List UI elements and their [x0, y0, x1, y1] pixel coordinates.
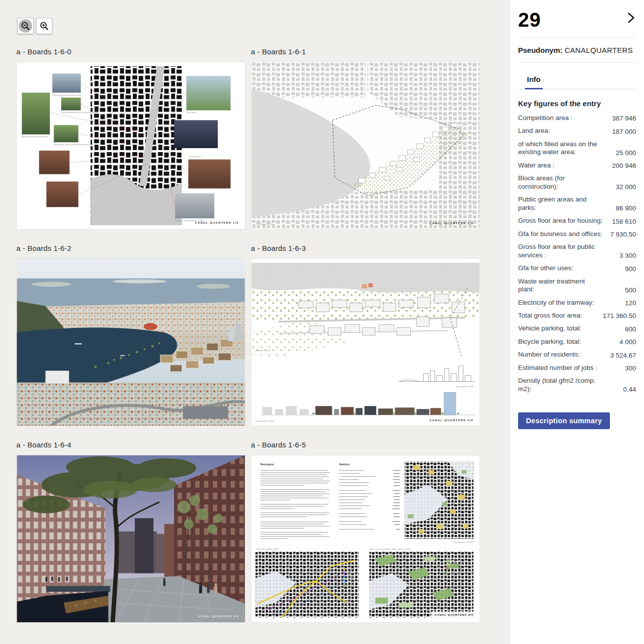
key-figure-row: Gfa for other uses:900: [518, 262, 636, 275]
board-thumbnail-1-6-4[interactable]: CANAL QUARTERS 5/6: [16, 455, 245, 623]
stadium: [143, 322, 158, 330]
board-title: a - Boards 1-6-5: [251, 441, 480, 451]
key-figure-row: Land area:187 000: [518, 124, 636, 137]
zoom-out-active-circle: [19, 19, 32, 33]
entry-number: 29: [518, 10, 541, 30]
boards-grid: a - Boards 1-6-0: [16, 47, 480, 623]
key-figure-value: 7 930.50: [607, 231, 636, 238]
key-figure-value: 300: [622, 364, 636, 372]
board-cell-3: a - Boards 1-6-3: [251, 244, 480, 426]
key-figure-label: Estimated number of jobs :: [518, 364, 598, 372]
description-summary-button[interactable]: Description summary: [518, 412, 610, 429]
magnifier-minus-icon: [20, 21, 31, 32]
divider: [518, 62, 636, 63]
svg-text:Activity activates the shoreli: Activity activates the shoreline: [22, 135, 48, 138]
board-1-6-1-graphic: Overall plan, 1:2000 CANAL QUARTERS 2/6: [251, 62, 480, 229]
pseudonym-row: Pseudonym: CANALQUARTERS: [518, 46, 636, 54]
city-structure-map: [405, 461, 474, 539]
svg-text:Park towers: Park towers: [186, 111, 197, 114]
key-figure-label: Total gross floor area:: [518, 312, 582, 320]
key-figure-value: 158 610: [609, 218, 636, 225]
board-thumbnail-1-6-0[interactable]: Ferry connection around the lake Water t…: [16, 62, 245, 230]
key-figure-label: Gfa for other uses:: [518, 264, 573, 272]
key-figure-label: Number of residents:: [518, 351, 580, 359]
key-figure-row: Number of residents:3 524.67: [518, 348, 636, 361]
elevation-label: Elevation E-E, 1:1000: [255, 420, 275, 422]
key-figure-value: 32 000: [613, 183, 636, 191]
key-figure-row: Water area :200 946: [518, 159, 636, 172]
key-figure-row: Block areas (for construction):32 000: [518, 172, 636, 193]
section-label: Section A-A, 1:1000: [456, 385, 474, 388]
board-caption: CANAL QUARTERS 1/6: [195, 221, 239, 224]
zoom-in-button[interactable]: [36, 18, 52, 34]
key-figure-value: 800: [622, 325, 636, 333]
traffic-parking-map: [255, 552, 359, 617]
key-figure-value: 500: [622, 286, 636, 294]
key-figure-row: Bicycle parking, total:4 000: [518, 335, 636, 348]
board-caption: CANAL QUARTERS 5/6: [199, 615, 239, 618]
green-areas-map-label: Green areas and public outdoor spaces, 1…: [369, 548, 411, 550]
description-heading: Description: [260, 463, 274, 466]
key-figure-value: 200 946: [609, 162, 636, 169]
key-figure-label: Land area:: [518, 127, 550, 135]
tab-info[interactable]: Info: [525, 73, 543, 89]
green-areas-map: CANAL QUARTERS 6/6: [369, 552, 475, 617]
board-thumbnail-1-6-2[interactable]: [16, 258, 245, 426]
next-entry-button[interactable]: [626, 10, 636, 27]
key-figure-row: Competition area :387 946: [518, 112, 636, 124]
board-1-6-4-graphic: CANAL QUARTERS 5/6: [17, 455, 245, 622]
key-figure-value: 171 360.50: [600, 312, 636, 320]
key-figure-value: 0.44: [620, 386, 636, 393]
board-thumbnail-1-6-1[interactable]: Overall plan, 1:2000 CANAL QUARTERS 2/6: [251, 62, 480, 230]
board-title: a - Boards 1-6-0: [16, 47, 245, 58]
key-figure-value: 86 900: [613, 204, 636, 212]
board-cell-4: a - Boards 1-6-4: [16, 441, 245, 623]
divider: [518, 38, 636, 38]
key-figure-label: Gross floor area for housing:: [518, 217, 603, 225]
key-figure-label: Public green areas and parks:: [518, 196, 603, 212]
entry-info-sidebar: 29 Pseudonym: CANALQUARTERS Info Key fig…: [510, 0, 644, 644]
city-structure-label: City structure, 1:10 000: [453, 541, 474, 543]
city-fabric: [251, 62, 365, 98]
key-figure-value: 25 000: [613, 149, 636, 157]
board-title: a - Boards 1-6-4: [16, 441, 245, 451]
key-figures-list: Competition area :387 946 Land area:187 …: [518, 112, 636, 396]
key-figure-label: Gfa for business and offices:: [518, 230, 603, 238]
key-figure-label: Bicycle parking, total:: [518, 338, 581, 346]
key-figure-label: of which filled areas on the existing wa…: [518, 140, 603, 157]
figure-ground-map: [90, 66, 182, 225]
key-figure-row: Gross floor area for housing:158 610: [518, 214, 636, 227]
board-thumbnail-1-6-3[interactable]: Site plan, 1:1 000 Section A-A, 1:1000: [251, 258, 480, 426]
board-caption: CANAL QUARTERS 4/6: [430, 419, 474, 422]
key-figure-value: 3 524.67: [607, 352, 636, 359]
info-tab-bar: Info: [518, 73, 636, 89]
key-figure-label: Block areas (for construction):: [518, 174, 603, 191]
board-thumbnail-1-6-5[interactable]: Description: [251, 455, 480, 623]
board-1-6-5-graphic: Description: [251, 455, 480, 622]
key-figure-value: 187 000: [609, 128, 636, 135]
key-figure-value: 120: [622, 299, 636, 307]
statistics-heading: Statistics: [339, 463, 350, 466]
key-figure-label: Density (total gfm2 /comp. m2):: [518, 377, 603, 393]
key-figure-row: Waste water treatment plant:500: [518, 275, 636, 296]
svg-text:Ferry connection around the la: Ferry connection around the lake: [52, 94, 81, 96]
plan-label: Overall plan, 1:2000: [255, 223, 273, 225]
board-cell-2: a - Boards 1-6-2: [16, 244, 245, 426]
key-figure-row: Estimated number of jobs :300: [518, 362, 636, 374]
board-title: a - Boards 1-6-3: [251, 244, 480, 255]
board-title: a - Boards 1-6-1: [251, 47, 480, 58]
key-figure-label: Electricity of the tramway:: [518, 299, 594, 307]
chevron-right-icon: [627, 12, 635, 24]
zoom-out-button[interactable]: [17, 18, 34, 34]
magnifier-plus-icon: [39, 21, 50, 32]
key-figure-value: 3 300: [616, 252, 636, 259]
zoom-toolbar: [17, 18, 52, 34]
key-figure-label: Gross floor area for public services :: [518, 243, 603, 259]
key-figure-row: Public green areas and parks:86 900: [518, 193, 636, 214]
board-cell-5: a - Boards 1-6-5 Description: [251, 441, 480, 623]
site-plan-label: Site plan, 1:1 000: [255, 349, 271, 352]
board-1-6-2-graphic: [17, 259, 245, 426]
key-figure-value: 4 000: [616, 338, 636, 346]
key-figure-row: Gross floor area for public services :3 …: [518, 241, 636, 262]
key-figure-row: Gfa for business and offices:7 930.50: [518, 228, 636, 241]
